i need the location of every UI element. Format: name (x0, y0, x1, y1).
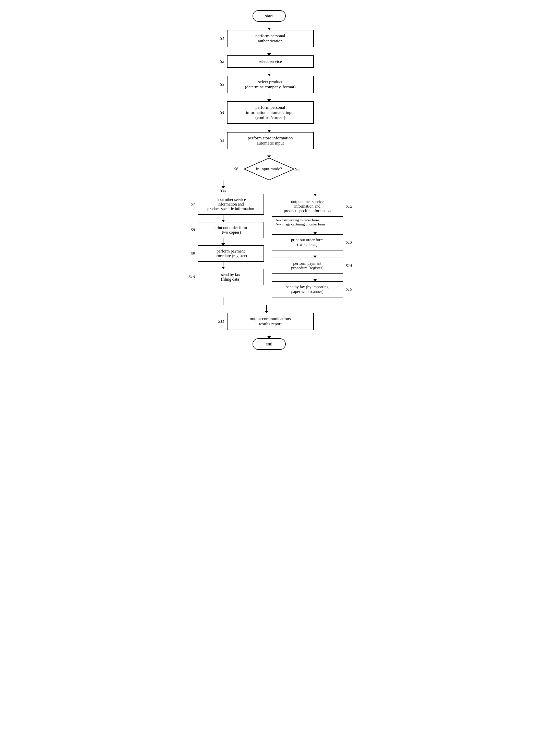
s6-decision: in input mode? (243, 158, 295, 181)
s3-label: S3 (212, 82, 225, 87)
s11-text: output communicationsresults report (250, 316, 291, 326)
end-terminal: end (252, 338, 286, 350)
s11-label: S11 (212, 319, 225, 324)
s11-process: output communicationsresults report (227, 313, 314, 330)
s11-row: S11 output communicationsresults report (172, 313, 366, 330)
s4-process: perform personalinformation automatic in… (227, 101, 314, 124)
s3-text: select product(determine company, format… (245, 80, 296, 89)
s14-label: S14 (346, 263, 358, 268)
arrow-s14-s15 (315, 274, 315, 281)
s10-row: S10 send by fax(filing data) (182, 269, 264, 285)
s12-process: output other serviceinformation andprodu… (272, 196, 343, 217)
handwriting-note: <--- handwriting to order form (275, 218, 325, 222)
s1-text: perform personalauthentication (255, 33, 285, 43)
s5-process: perform store informationautomatic input (227, 132, 314, 149)
s9-text: perform paymentprocedure (register) (214, 249, 247, 258)
arrow-to-end (269, 330, 269, 338)
s1-label: S1 (212, 36, 225, 41)
start-terminal: start (252, 10, 286, 22)
s1-row: S1 perform personalauthentication (172, 30, 366, 47)
yes-label: Yes (220, 188, 226, 193)
arrow-s13-s14 (315, 250, 315, 258)
s7-text: input other serviceinformation andproduc… (207, 197, 254, 211)
s10-text: send by fax(filing data) (221, 272, 241, 281)
s10-label: S10 (182, 274, 195, 280)
s13-label: S13 (346, 240, 358, 245)
s2-label: S2 (212, 59, 225, 64)
s15-process: send by fax (by importingpaper with scan… (272, 281, 343, 297)
yes-arrow (223, 181, 223, 188)
s6-text: in input mode? (256, 166, 282, 172)
arrow-6 (269, 149, 269, 158)
s1-process: perform personalauthentication (227, 30, 314, 47)
arrow-4 (269, 93, 269, 101)
s15-row: send by fax (by importingpaper with scan… (272, 281, 358, 297)
s15-text: send by fax (by importingpaper with scan… (286, 285, 328, 294)
s13-process: print out order form(two copies) (272, 234, 343, 250)
s14-text: perform paymentprocedure (register) (291, 261, 324, 270)
s2-text: select service (259, 59, 282, 64)
s15-label: S15 (346, 287, 358, 292)
s2-row: S2 select service (172, 55, 366, 68)
s8-row: S8 print out order form(two copies) (182, 222, 264, 238)
s12-label: S12 (346, 204, 358, 209)
s9-row: S9 perform paymentprocedure (register) (182, 245, 264, 262)
s14-process: perform paymentprocedure (register) (272, 258, 343, 274)
s3-row: S3 select product(determine company, for… (172, 76, 366, 93)
s12-row: output other serviceinformation andprodu… (272, 196, 358, 217)
arrow-2 (269, 47, 269, 55)
s2-process: select service (227, 55, 314, 68)
s4-row: S4 perform personalinformation automatic… (172, 101, 366, 124)
flowchart: start S1 perform personalauthentication … (172, 10, 366, 746)
s13-row: print out order form(two copies) S13 (272, 234, 358, 250)
s8-label: S8 (182, 228, 195, 233)
s5-text: perform store informationautomatic input (248, 135, 293, 145)
end-node: end (172, 338, 366, 350)
s7-process: input other serviceinformation andproduc… (198, 194, 264, 215)
s9-label: S9 (182, 251, 195, 256)
merge-svg (172, 297, 366, 313)
s4-text: perform personalinformation automatic in… (246, 105, 295, 120)
split-start: Yes S7 input other serviceinformation an… (172, 181, 366, 297)
arrow-s12-s13 (315, 227, 315, 234)
arrow-5 (269, 124, 269, 132)
arrow-3 (269, 68, 269, 76)
svg-marker-5 (265, 311, 268, 313)
arrow-s9-s10 (223, 262, 223, 269)
s9-process: perform paymentprocedure (register) (198, 245, 264, 262)
no-arrow-down (315, 181, 315, 196)
s12-text: output other serviceinformation andprodu… (284, 199, 331, 213)
arrow-1 (269, 22, 269, 30)
no-label: No (295, 167, 300, 172)
s6-decision-row: S6 in input mode? No (172, 158, 366, 181)
s4-label: S4 (212, 110, 225, 115)
start-node: start (172, 10, 366, 22)
s8-process: print out order form(two copies) (198, 222, 264, 238)
s3-process: select product(determine company, format… (227, 76, 314, 93)
left-branch: Yes S7 input other serviceinformation an… (182, 181, 264, 285)
s8-text: print out order form(two copies) (214, 226, 247, 234)
image-capturing-note: <--- image capturing of order form (275, 222, 325, 227)
s6-label: S6 (226, 166, 239, 172)
s5-row: S5 perform store informationautomatic in… (172, 132, 366, 149)
s10-process: send by fax(filing data) (198, 269, 264, 285)
s7-row: S7 input other serviceinformation andpro… (182, 194, 264, 215)
merge-connector (172, 297, 366, 313)
arrow-s8-s9 (223, 238, 223, 245)
s7-label: S7 (182, 202, 195, 207)
s5-label: S5 (212, 138, 225, 143)
right-branch: output other serviceinformation andprodu… (274, 181, 356, 297)
s13-text: print out order form(two copies) (291, 238, 324, 246)
arrow-s7-s8 (223, 215, 223, 222)
s14-row: perform paymentprocedure (register) S14 (272, 258, 358, 274)
annotations: <--- handwriting to order form <--- imag… (275, 218, 325, 227)
